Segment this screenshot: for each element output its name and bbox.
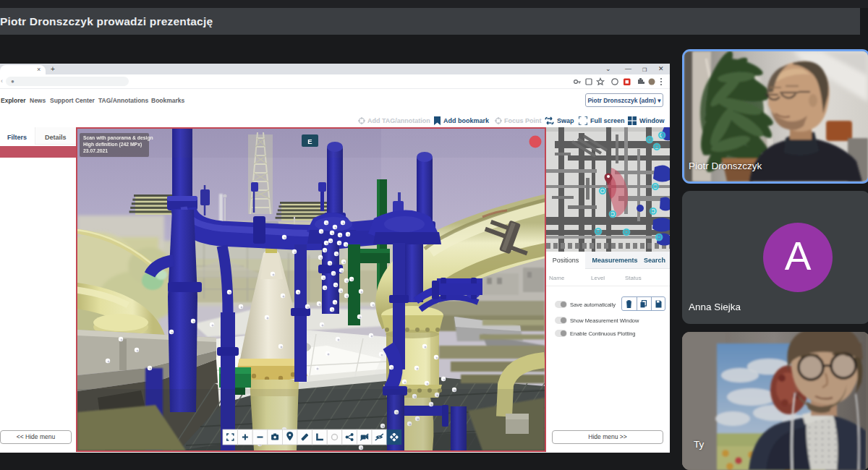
svg-text:E: E xyxy=(307,137,312,145)
svg-text:Scan with panorama & design: Scan with panorama & design xyxy=(83,135,153,141)
svg-text:23.07.2021: 23.07.2021 xyxy=(83,148,108,153)
svg-text:High definition (242 MPx): High definition (242 MPx) xyxy=(83,142,142,148)
